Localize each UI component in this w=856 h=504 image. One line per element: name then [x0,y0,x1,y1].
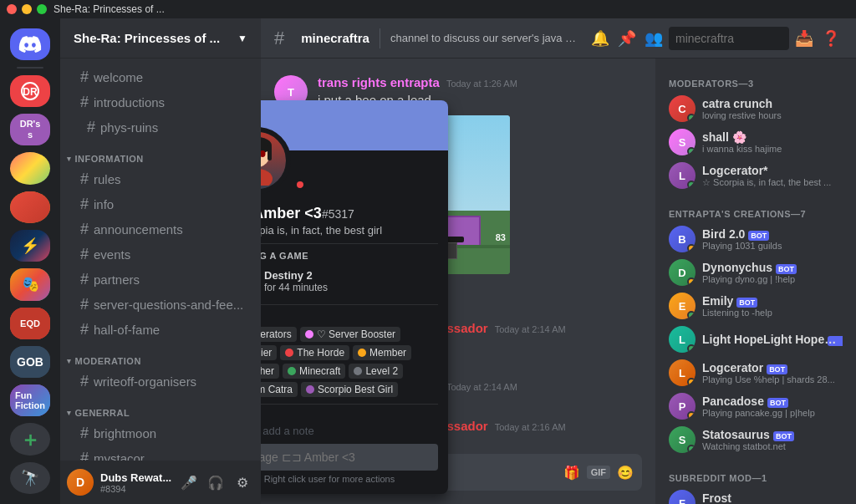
deafen-button[interactable]: 🎧 [204,471,227,494]
window-controls[interactable] [7,4,47,14]
member-info: Logcerator* ☆ Scorpia is, in fact, the b… [702,164,843,188]
bot-badge: BOT [767,398,788,408]
member-info: DynonychusBOT Playing dyno.gg | !help [702,261,843,284]
member-info: catra crunch loving restive hours [702,97,843,120]
member-info: Light HopeLight HopeBOT [702,333,843,346]
member-item[interactable]: L LogceratorBOT Playing Use %help | shar… [662,356,849,389]
gift-button[interactable]: 🎁 [558,459,585,486]
avatar: L [669,326,696,353]
channel-item-mystacor[interactable]: # mystacor [67,446,254,461]
channel-item-announcements[interactable]: # announcements [67,217,254,242]
category-information[interactable]: ▾ INFORMATION [60,140,261,167]
channel-item-server-questions[interactable]: # server-questions-and-fee... [67,293,254,317]
member-item[interactable]: E EmilyBOT Listening to -help [662,289,849,323]
profile-body: ⊏⊐ Amber <3#5317 ♡ Scorpia is, in fact, … [261,201,448,494]
member-item[interactable]: F Frost 🎵 [662,486,849,504]
server-name-bar[interactable]: She-Ra: Princesses of ... ▼ [60,18,261,59]
server-icon-shera[interactable]: DR'ss [10,114,50,145]
server-icon-1[interactable]: DR [10,75,50,107]
hash-icon: # [80,425,89,442]
maximize-button[interactable] [37,4,47,14]
discord-home-button[interactable] [10,28,50,60]
pin-button[interactable]: 📌 [615,27,639,50]
bot-badge: BOT [748,231,769,241]
member-item[interactable]: L Logcerator* ☆ Scorpia is, in fact, the… [662,159,849,192]
message-timestamp: Today at 1:26 AM [446,79,517,89]
notification-bell-button[interactable]: 🔔 [588,27,612,50]
message-user-input[interactable] [261,444,438,471]
profile-popup: ⊏⊐ Amber <3#5317 ♡ Scorpia is, in fact, … [261,100,448,494]
member-info: EmilyBOT Listening to -help [702,294,843,318]
server-icon-6[interactable]: 🎭 [10,268,50,300]
role-name: Member [369,347,406,359]
role-dot [306,385,314,394]
member-status: Playing 1031 guilds [702,241,843,251]
server-icon-3[interactable] [10,152,50,184]
add-server-button[interactable]: ＋ [10,423,50,455]
message-timestamp: Today at 2:14 AM [446,382,517,392]
server-icon-4[interactable] [10,191,50,223]
header-actions: 🔔 📌 👥 📥 ❓ [588,27,843,50]
member-item[interactable]: P PancadoseBOT Playing pancake.gg | p|he… [662,389,849,423]
member-item[interactable]: C catra crunch loving restive hours [662,92,849,125]
channel-item-introductions[interactable]: # introductions [67,90,254,115]
members-button[interactable]: 👥 [642,27,665,50]
channel-list: # welcome # introductions # phys-ruins ▾… [60,59,261,461]
help-button[interactable]: ❓ [819,27,843,50]
server-sidebar: DR DR'ss ⚡ 🎭 EQD GOB FunFiction ＋ 🔭 [0,18,60,504]
explore-servers-button[interactable]: 🔭 [10,462,50,494]
server-icon-5[interactable]: ⚡ [10,230,50,262]
channel-item-brightmoon[interactable]: # brightmoon [67,421,254,445]
category-moderation[interactable]: ▾ MODERATION [60,343,261,369]
member-status: Playing dyno.gg | !help [702,274,843,284]
input-right-buttons: 🎁 GIF 😊 [558,459,639,486]
member-info: shall 🌸 i wanna kiss hajime [702,130,843,154]
channel-item-phys-ruins[interactable]: # phys-ruins [74,115,254,140]
channel-item-partners[interactable]: # partners [67,267,254,292]
settings-button[interactable]: ⚙ [231,471,254,494]
mute-button[interactable]: 🎤 [177,471,201,494]
member-item[interactable]: D DynonychusBOT Playing dyno.gg | !help [662,256,849,289]
channel-item-writeoff-organisers[interactable]: # writeoff-organisers [67,369,254,394]
member-item[interactable]: S shall 🌸 i wanna kiss hajime [662,125,849,159]
member-name: catra crunch [702,97,843,110]
server-icon-7[interactable]: EQD [10,308,50,339]
user-area: D Dubs Rewat... #8394 🎤 🎧 ⚙ [60,461,261,504]
hash-icon: # [80,246,89,263]
category-arrow-icon: ▾ [67,409,72,417]
gif-button[interactable]: GIF [587,466,610,479]
member-item[interactable]: L Light HopeLight HopeBOT [662,323,849,356]
category-label: MODERATION [75,356,141,366]
role-name: Team Catra [261,384,293,395]
close-button[interactable] [7,4,17,14]
channel-item-rules[interactable]: # rules [67,167,254,191]
note-label: NOTE [261,411,438,421]
bot-badge: BOT [828,336,843,346]
channel-item-hall-of-fame[interactable]: # hall-of-fame [67,318,254,342]
roles-title: ROLES [261,312,438,322]
channel-item-welcome[interactable]: # welcome [67,65,254,89]
inbox-button[interactable]: 📥 [792,27,816,50]
hash-icon: # [80,94,89,111]
role-badge: Team Catra [261,382,298,397]
user-controls: 🎤 🎧 ⚙ [177,471,254,494]
game-info: Destiny 2 for 44 minutes [264,269,438,293]
minimize-button[interactable] [22,4,32,14]
channel-name: hall-of-fame [94,323,160,337]
member-status: i wanna kiss hajime [702,144,843,154]
note-placeholder[interactable]: Click to add a note [261,425,438,437]
role-badge: Minecraft [283,364,345,379]
server-icon-9[interactable]: FunFiction [10,384,50,416]
member-status: Watching statbot.net [702,441,843,451]
channel-item-info[interactable]: # info [67,192,254,216]
emoji-button[interactable]: 😊 [612,459,639,486]
member-item[interactable]: B Bird 2.0BOT Playing 1031 guilds [662,222,849,256]
channel-name: partners [94,272,140,287]
role-badge: Level 2 [349,364,403,379]
member-item[interactable]: S StatosaurusBOT Watching statbot.net [662,423,849,456]
server-icon-8[interactable]: GOB [10,346,50,378]
search-input[interactable] [669,27,789,50]
category-generral[interactable]: ▾ GENERRAL [60,395,261,421]
channel-item-events[interactable]: # events [67,242,254,267]
avatar: D [669,259,696,286]
